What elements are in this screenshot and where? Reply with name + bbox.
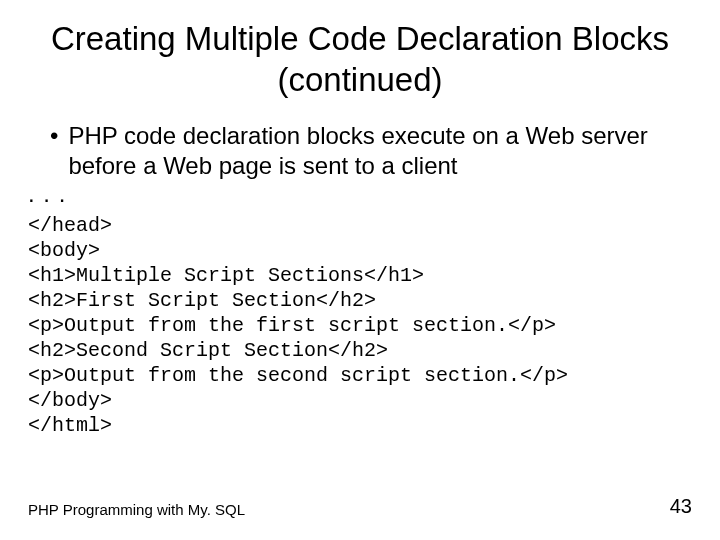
footer-source: PHP Programming with My. SQL: [28, 501, 245, 518]
slide-footer: PHP Programming with My. SQL 43: [28, 495, 692, 518]
page-number: 43: [670, 495, 692, 518]
bullet-item: • PHP code declaration blocks execute on…: [50, 121, 692, 181]
bullet-dot-icon: •: [50, 121, 58, 151]
ellipsis-text: . . .: [28, 181, 692, 207]
bullet-list: • PHP code declaration blocks execute on…: [28, 121, 692, 181]
code-block: </head> <body> <h1>Multiple Script Secti…: [28, 213, 692, 438]
slide-title: Creating Multiple Code Declaration Block…: [28, 18, 692, 101]
bullet-text: PHP code declaration blocks execute on a…: [68, 121, 692, 181]
